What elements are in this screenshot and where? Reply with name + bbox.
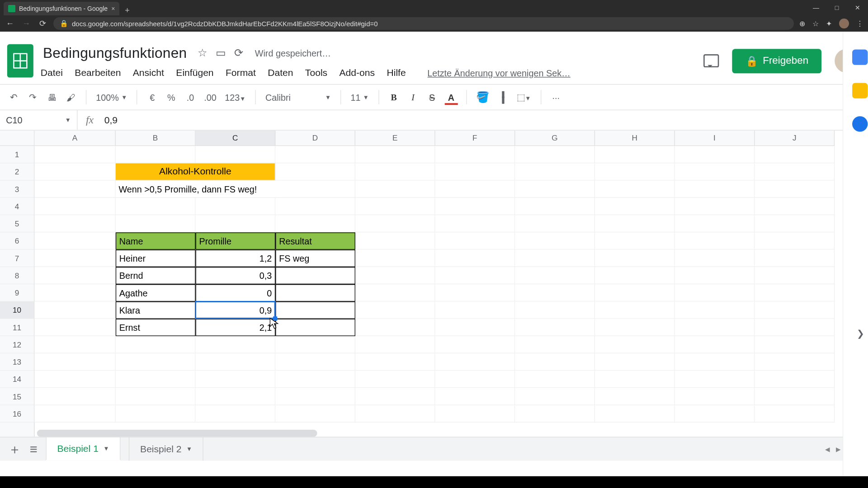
cell-blank[interactable]: [355, 163, 435, 180]
cell-blank[interactable]: [595, 353, 675, 371]
cell-blank[interactable]: [675, 371, 755, 388]
text-color-button[interactable]: A: [446, 92, 457, 102]
cell-blank[interactable]: [515, 146, 595, 163]
cell-blank[interactable]: [595, 267, 675, 284]
column-header-H[interactable]: H: [595, 131, 675, 145]
close-tab-icon[interactable]: ×: [111, 5, 115, 12]
print-button[interactable]: 🖶: [47, 92, 57, 102]
cell-blank[interactable]: [116, 215, 196, 232]
cell-blank[interactable]: [755, 301, 835, 319]
column-header-G[interactable]: G: [515, 131, 595, 145]
cell-blank[interactable]: [435, 371, 515, 388]
column-header-I[interactable]: I: [675, 131, 755, 145]
menu-hilfe[interactable]: Hilfe: [387, 67, 406, 78]
cell-blank[interactable]: [515, 301, 595, 319]
cell-blank[interactable]: [675, 405, 755, 422]
cell-blank[interactable]: [515, 215, 595, 232]
cell-blank[interactable]: [355, 267, 435, 284]
cell-blank[interactable]: [675, 388, 755, 405]
cell-blank[interactable]: [34, 301, 115, 319]
paint-format-button[interactable]: 🖌: [66, 92, 76, 102]
cell-blank[interactable]: [34, 198, 115, 215]
row-header-14[interactable]: 14: [0, 371, 34, 388]
cell-blank[interactable]: [435, 301, 515, 319]
name-box[interactable]: C10 ▼: [0, 110, 77, 130]
cell-blank[interactable]: [515, 198, 595, 215]
cell-blank[interactable]: [34, 163, 115, 180]
cell-blank[interactable]: [435, 284, 515, 301]
cell-blank[interactable]: [34, 336, 115, 353]
cell-blank[interactable]: [515, 181, 595, 198]
row-header-7[interactable]: 7: [0, 250, 34, 267]
redo-button[interactable]: ↷: [28, 92, 38, 103]
row-header-15[interactable]: 15: [0, 388, 34, 405]
cell-blank[interactable]: [595, 388, 675, 405]
borders-button[interactable]: [498, 92, 509, 102]
cell-blank[interactable]: [435, 353, 515, 371]
cell-blank[interactable]: [435, 181, 515, 198]
zoom-icon-browser[interactable]: ⊕: [799, 19, 805, 28]
cell-blank[interactable]: [755, 319, 835, 336]
tab-scroll-left[interactable]: ◂: [825, 443, 830, 455]
row-header-9[interactable]: 9: [0, 284, 34, 301]
merge-button[interactable]: ⬚▼: [517, 92, 531, 103]
menu-addons[interactable]: Add-ons: [340, 67, 375, 78]
column-header-A[interactable]: A: [34, 131, 115, 145]
cell-blank[interactable]: [595, 319, 675, 336]
cell-blank[interactable]: [435, 250, 515, 267]
star-icon[interactable]: ☆: [812, 19, 819, 28]
cell-blank[interactable]: [196, 336, 276, 353]
cell-blank[interactable]: [34, 284, 115, 301]
cell-blank[interactable]: [355, 181, 435, 198]
cell-blank[interactable]: [34, 215, 115, 232]
cell-blank[interactable]: [275, 405, 355, 422]
cell-blank[interactable]: [355, 284, 435, 301]
cell-blank[interactable]: [675, 301, 755, 319]
select-all-corner[interactable]: [0, 131, 34, 146]
browser-profile[interactable]: [839, 19, 849, 28]
cell-blank[interactable]: [34, 319, 115, 336]
cell-blank[interactable]: [355, 405, 435, 422]
rule-text-cell[interactable]: Wenn >0,5 Promille, dann FS weg!: [116, 181, 282, 198]
cell-blank[interactable]: [116, 353, 196, 371]
calendar-addon-icon[interactable]: [852, 50, 867, 65]
cell-blank[interactable]: [355, 353, 435, 371]
cell-blank[interactable]: [675, 319, 755, 336]
cell-blank[interactable]: [34, 267, 115, 284]
cell-blank[interactable]: [275, 181, 355, 198]
cell-blank[interactable]: [34, 405, 115, 422]
cell-blank[interactable]: [355, 232, 435, 249]
cell-blank[interactable]: [675, 250, 755, 267]
cell-blank[interactable]: [675, 267, 755, 284]
cell-blank[interactable]: [515, 267, 595, 284]
cell-blank[interactable]: [275, 353, 355, 371]
keep-addon-icon[interactable]: [852, 83, 867, 98]
data-name-cell[interactable]: Agathe: [116, 284, 196, 301]
cell-blank[interactable]: [595, 181, 675, 198]
cell-blank[interactable]: [34, 371, 115, 388]
cell-blank[interactable]: [116, 388, 196, 405]
cell-blank[interactable]: [675, 353, 755, 371]
data-promille-cell[interactable]: 0,3: [196, 267, 276, 284]
data-promille-cell[interactable]: 0: [196, 284, 276, 301]
cell-blank[interactable]: [515, 232, 595, 249]
cell-blank[interactable]: [515, 250, 595, 267]
url-field[interactable]: 🔒 docs.google.com/spreadsheets/d/1vg2Rcd…: [53, 17, 794, 30]
strike-button[interactable]: S: [427, 92, 438, 102]
cell-blank[interactable]: [196, 388, 276, 405]
cell-blank[interactable]: [755, 284, 835, 301]
reload-button[interactable]: ⟳: [37, 19, 48, 28]
header-resultat[interactable]: Resultat: [275, 232, 355, 249]
cell-blank[interactable]: [755, 267, 835, 284]
row-header-10[interactable]: 10: [0, 301, 34, 319]
number-format-select[interactable]: 123▼: [225, 92, 245, 102]
cell-blank[interactable]: [515, 163, 595, 180]
data-resultat-cell[interactable]: [275, 267, 355, 284]
browser-menu-icon[interactable]: ⋮: [856, 19, 863, 28]
column-header-F[interactable]: F: [435, 131, 515, 145]
cell-blank[interactable]: [595, 301, 675, 319]
row-header-5[interactable]: 5: [0, 215, 34, 232]
cell-blank[interactable]: [515, 353, 595, 371]
cell-blank[interactable]: [675, 146, 755, 163]
cell-blank[interactable]: [34, 388, 115, 405]
